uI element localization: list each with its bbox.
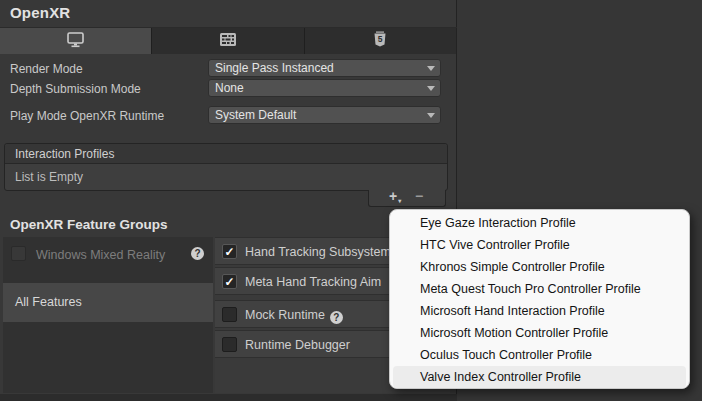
- feature-groups-sidebar: Windows Mixed Reality ? All Features: [3, 237, 213, 393]
- render-mode-value: Single Pass Instanced: [215, 61, 334, 75]
- tab-standalone[interactable]: [0, 28, 152, 54]
- sidebar-item-all-features[interactable]: All Features: [3, 283, 213, 322]
- play-mode-runtime-label: Play Mode OpenXR Runtime: [10, 109, 164, 123]
- interaction-profiles-empty-text: List is Empty: [5, 164, 447, 190]
- interaction-profiles-header: Interaction Profiles: [5, 144, 447, 164]
- tab-web[interactable]: 5: [305, 28, 456, 54]
- meta-hand-tracking-aim-label: Meta Hand Tracking Aim: [245, 268, 381, 295]
- chevron-down-icon: ▾: [398, 198, 401, 204]
- add-profile-button[interactable]: +▾: [389, 188, 401, 204]
- render-mode-dropdown[interactable]: Single Pass Instanced: [208, 59, 441, 77]
- help-icon[interactable]: ?: [191, 247, 204, 260]
- page-title: OpenXR: [10, 4, 70, 21]
- interaction-profiles-list: Interaction Profiles List is Empty: [4, 143, 448, 191]
- remove-profile-button[interactable]: −: [415, 188, 423, 204]
- hand-tracking-subsystem-label: Hand Tracking Subsystem: [245, 238, 391, 265]
- menu-item-eye-gaze[interactable]: Eye Gaze Interaction Profile: [390, 212, 689, 234]
- menu-item-meta-quest-touch-pro[interactable]: Meta Quest Touch Pro Controller Profile: [390, 278, 689, 300]
- interaction-profiles-list-footer: +▾ −: [368, 190, 446, 207]
- windows-mixed-reality-checkbox[interactable]: [11, 246, 26, 261]
- meta-hand-tracking-aim-checkbox[interactable]: [222, 274, 237, 289]
- feature-groups-title: OpenXR Feature Groups: [10, 217, 168, 232]
- monitor-icon: [66, 31, 85, 52]
- add-profile-context-menu: Eye Gaze Interaction Profile HTC Vive Co…: [389, 209, 690, 389]
- menu-item-oculus-touch[interactable]: Oculus Touch Controller Profile: [390, 344, 689, 366]
- windows-mixed-reality-label: Windows Mixed Reality: [36, 248, 165, 262]
- chevron-down-icon: [427, 66, 435, 71]
- menu-item-microsoft-motion[interactable]: Microsoft Motion Controller Profile: [390, 322, 689, 344]
- platform-tabbar: 5: [0, 28, 456, 54]
- menu-item-microsoft-hand[interactable]: Microsoft Hand Interaction Profile: [390, 300, 689, 322]
- render-mode-label: Render Mode: [10, 62, 83, 76]
- depth-submission-mode-value: None: [215, 81, 244, 95]
- hand-tracking-subsystem-checkbox[interactable]: [222, 244, 237, 259]
- runtime-debugger-label: Runtime Debugger: [245, 331, 350, 358]
- mock-runtime-label: Mock Runtime?: [245, 301, 343, 328]
- svg-text:5: 5: [378, 34, 383, 44]
- server-rack-icon: [219, 32, 237, 51]
- all-features-label: All Features: [15, 283, 82, 322]
- sidebar-item-windows-mixed-reality[interactable]: Windows Mixed Reality ?: [3, 237, 213, 271]
- panel-bottom-strip: [0, 394, 457, 401]
- depth-submission-mode-dropdown[interactable]: None: [208, 79, 441, 97]
- depth-submission-mode-label: Depth Submission Mode: [10, 82, 141, 96]
- chevron-down-icon: [427, 86, 435, 91]
- menu-item-khronos-simple[interactable]: Khronos Simple Controller Profile: [390, 256, 689, 278]
- chevron-down-icon: [427, 113, 435, 118]
- web-shield-icon: 5: [373, 31, 387, 52]
- mock-runtime-checkbox[interactable]: [222, 307, 237, 322]
- menu-item-htc-vive[interactable]: HTC Vive Controller Profile: [390, 234, 689, 256]
- tab-platform-2[interactable]: [152, 28, 304, 54]
- runtime-debugger-checkbox[interactable]: [222, 337, 237, 352]
- play-mode-runtime-dropdown[interactable]: System Default: [208, 106, 441, 124]
- menu-item-valve-index[interactable]: Valve Index Controller Profile: [393, 366, 686, 388]
- help-icon[interactable]: ?: [330, 311, 343, 324]
- play-mode-runtime-value: System Default: [215, 108, 296, 122]
